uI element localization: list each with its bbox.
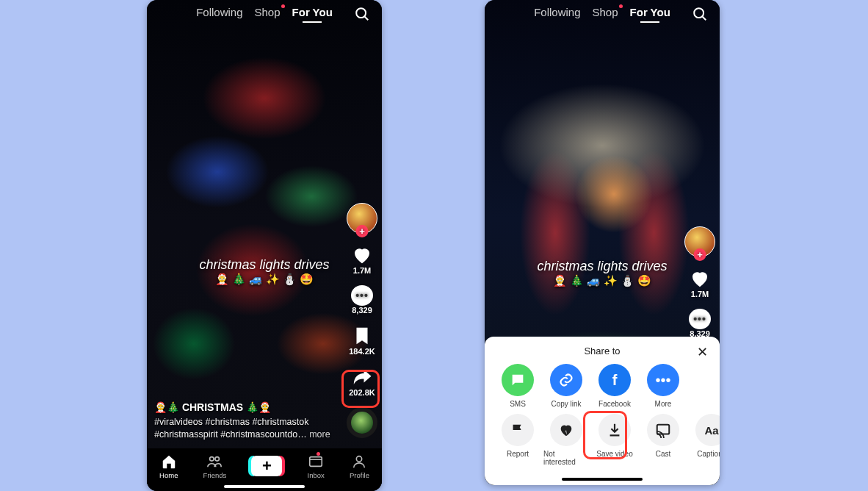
caption-hashtags: #viralvideos #christmas #christmastok #c… xyxy=(154,416,330,441)
tab-for-you[interactable]: For You xyxy=(630,6,670,23)
inbox-notification-dot xyxy=(317,452,320,456)
search-button[interactable] xyxy=(354,6,372,24)
svg-line-7 xyxy=(702,16,706,20)
top-nav: Following Shop For You xyxy=(147,6,382,23)
share-more[interactable]: ••• More xyxy=(640,364,686,408)
avatar-icon: + xyxy=(684,226,715,257)
facebook-icon: f xyxy=(598,364,631,396)
tab-following[interactable]: Following xyxy=(196,6,242,23)
caption-username: 🤶🎄 CHRISTMAS 🎄🤶 xyxy=(154,401,330,413)
comment-icon: ••• xyxy=(689,309,711,329)
svg-line-1 xyxy=(364,16,368,20)
link-icon xyxy=(550,364,582,396)
share-count: 202.8K xyxy=(349,388,375,397)
shop-notification-dot xyxy=(619,4,623,8)
home-icon xyxy=(161,454,177,470)
comment-button[interactable]: ••• 8,329 xyxy=(689,309,711,338)
top-nav: Following Shop For You xyxy=(485,6,720,23)
action-cast[interactable]: Cast xyxy=(640,414,686,466)
friends-icon xyxy=(206,454,223,470)
comment-icon: ••• xyxy=(351,285,373,306)
download-icon xyxy=(598,414,631,446)
broken-heart-icon xyxy=(550,414,582,446)
caption-more[interactable]: more xyxy=(307,429,330,440)
shop-notification-dot xyxy=(281,4,285,8)
search-button[interactable] xyxy=(692,6,709,24)
share-row-targets: SMS Copy link f Facebook ••• More xyxy=(489,364,715,414)
creator-avatar[interactable]: + xyxy=(347,203,377,234)
phone-left: Following Shop For You christmas lights … xyxy=(147,0,382,491)
svg-point-3 xyxy=(215,456,220,461)
share-row-actions: Report Not interested Save video Cast Aa… xyxy=(489,414,715,472)
action-captions[interactable]: Aa Captions xyxy=(689,414,720,466)
share-sheet-title: Share to ✕ xyxy=(489,345,715,356)
svg-point-6 xyxy=(694,8,704,18)
creator-avatar[interactable]: + xyxy=(684,226,715,257)
share-copy-link[interactable]: Copy link xyxy=(543,364,589,408)
tab-shop[interactable]: Shop xyxy=(255,6,281,23)
search-icon xyxy=(354,6,370,22)
sound-disc[interactable] xyxy=(347,407,377,438)
action-save-video[interactable]: Save video xyxy=(592,414,637,466)
bookmark-icon xyxy=(351,325,373,347)
heart-icon xyxy=(689,268,711,290)
share-close-button[interactable]: ✕ xyxy=(697,344,708,360)
follow-plus-icon[interactable]: + xyxy=(356,225,369,237)
right-action-rail: + 1.7M ••• 8,329 184.2K 202.8K xyxy=(347,203,377,438)
avatar-icon: + xyxy=(347,203,377,234)
nav-friends[interactable]: Friends xyxy=(203,454,227,479)
like-button[interactable]: 1.7M xyxy=(689,268,711,298)
bookmark-count: 184.2K xyxy=(349,347,375,356)
captions-icon: Aa xyxy=(695,414,720,446)
home-indicator[interactable] xyxy=(224,485,305,488)
share-facebook[interactable]: f Facebook xyxy=(592,364,637,408)
share-sms[interactable]: SMS xyxy=(495,364,540,408)
flag-icon xyxy=(502,414,534,446)
share-button[interactable]: 202.8K xyxy=(349,366,375,397)
sound-disc-icon xyxy=(347,407,377,438)
svg-rect-8 xyxy=(657,425,670,434)
cast-icon xyxy=(647,414,679,446)
nav-home[interactable]: Home xyxy=(159,454,178,479)
like-count: 1.7M xyxy=(691,290,709,298)
phone-right: Following Shop For You christmas lights … xyxy=(485,0,720,485)
bookmark-button[interactable]: 184.2K xyxy=(349,325,375,356)
action-not-interested[interactable]: Not interested xyxy=(543,414,589,466)
profile-icon xyxy=(351,454,367,470)
tab-for-you[interactable]: For You xyxy=(292,6,333,23)
nav-profile[interactable]: Profile xyxy=(350,454,369,479)
follow-plus-icon[interactable]: + xyxy=(694,248,706,261)
svg-point-0 xyxy=(356,8,366,18)
svg-point-2 xyxy=(210,456,214,461)
nav-create[interactable]: + xyxy=(251,456,282,476)
create-plus-icon: + xyxy=(251,456,282,476)
share-arrow-icon xyxy=(351,366,373,388)
like-count: 1.7M xyxy=(353,266,371,275)
action-report[interactable]: Report xyxy=(495,414,540,466)
heart-icon xyxy=(351,244,373,266)
right-action-rail: + 1.7M ••• 8,329 xyxy=(684,226,715,338)
inbox-icon xyxy=(308,454,324,470)
like-button[interactable]: 1.7M xyxy=(351,244,373,275)
svg-point-5 xyxy=(357,456,362,461)
tab-shop[interactable]: Shop xyxy=(593,6,618,23)
nav-inbox[interactable]: Inbox xyxy=(308,454,325,479)
caption-area[interactable]: 🤶🎄 CHRISTMAS 🎄🤶 #viralvideos #christmas … xyxy=(154,401,330,441)
sms-icon xyxy=(502,364,534,396)
home-indicator[interactable] xyxy=(562,478,643,481)
search-icon xyxy=(692,6,708,22)
tab-following[interactable]: Following xyxy=(534,6,580,23)
more-icon: ••• xyxy=(647,364,679,396)
svg-rect-4 xyxy=(310,456,322,466)
comment-button[interactable]: ••• 8,329 xyxy=(351,285,373,315)
share-sheet: Share to ✕ SMS Copy link f Facebook ••• … xyxy=(485,337,720,485)
